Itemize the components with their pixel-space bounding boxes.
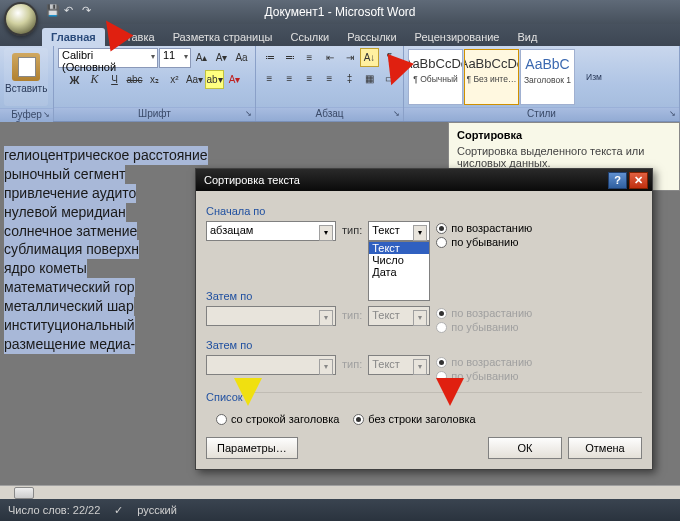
tab-view[interactable]: Вид — [509, 28, 547, 46]
with-header-radio[interactable]: со строкой заголовка — [216, 413, 339, 425]
radio-icon — [353, 414, 364, 425]
style-preview: AaBbCcDc — [464, 50, 519, 74]
asc-radio-2: по возрастанию — [436, 307, 532, 319]
line-spacing-button[interactable]: ‡ — [340, 69, 359, 88]
align-right-button[interactable]: ≡ — [300, 69, 319, 88]
text-line[interactable]: нулевой меридиан — [4, 203, 126, 222]
text-line[interactable]: ядро кометы — [4, 259, 87, 278]
tooltip-text: Сортировка выделенного текста или числов… — [457, 145, 671, 169]
without-header-radio[interactable]: без строки заголовка — [353, 413, 475, 425]
quick-access-toolbar: 💾 ↶ ↷ — [46, 4, 98, 20]
case-button[interactable]: Aa▾ — [185, 70, 204, 89]
desc-radio-1[interactable]: по убыванию — [436, 236, 532, 248]
dialog-titlebar[interactable]: Сортировка текста ? ✕ — [196, 169, 652, 191]
tab-layout[interactable]: Разметка страницы — [164, 28, 282, 46]
first-by-label: Сначала по — [206, 205, 642, 217]
numbering-button[interactable]: ≕ — [280, 48, 299, 67]
radio-icon — [216, 414, 227, 425]
office-button[interactable] — [4, 2, 38, 36]
horizontal-scrollbar[interactable] — [0, 485, 680, 499]
text-line[interactable]: солнечное затмение — [4, 222, 137, 241]
paste-icon — [12, 53, 40, 81]
qat-undo-icon[interactable]: ↶ — [64, 4, 80, 20]
sort-type-2: Текст — [368, 306, 430, 326]
sort-button[interactable]: A↓ — [360, 48, 379, 67]
subscript-button[interactable]: x₂ — [145, 70, 164, 89]
style-gallery[interactable]: AaBbCcDc ¶ Обычный AaBbCcDc ¶ Без инте… … — [408, 49, 575, 105]
proofing-icon[interactable]: ✓ — [114, 504, 123, 517]
multilevel-button[interactable]: ≡ — [300, 48, 319, 67]
group-styles: AaBbCcDc ¶ Обычный AaBbCcDc ¶ Без инте… … — [404, 46, 680, 121]
text-line[interactable]: рыночный сегмент — [4, 165, 125, 184]
shading-button[interactable]: ▦ — [360, 69, 379, 88]
shrink-font-icon[interactable]: A▾ — [212, 48, 231, 67]
outdent-button[interactable]: ⇤ — [320, 48, 339, 67]
indent-button[interactable]: ⇥ — [340, 48, 359, 67]
style-normal[interactable]: AaBbCcDc ¶ Обычный — [408, 49, 463, 105]
type-label-2: тип: — [342, 306, 362, 321]
sort-type-3: Текст — [368, 355, 430, 375]
text-line[interactable]: размещение медиа- — [4, 335, 135, 354]
asc-radio-1[interactable]: по возрастанию — [436, 222, 532, 234]
text-line[interactable]: сублимация поверхн — [4, 240, 139, 259]
group-label-paragraph: Абзац — [256, 107, 403, 121]
font-name-combo[interactable]: Calibri (Основной — [58, 48, 158, 68]
dialog-help-button[interactable]: ? — [608, 172, 627, 189]
language-status[interactable]: русский — [137, 504, 176, 516]
superscript-button[interactable]: x² — [165, 70, 184, 89]
justify-button[interactable]: ≡ — [320, 69, 339, 88]
cancel-button[interactable]: Отмена — [568, 437, 642, 459]
status-bar: Число слов: 22/22 ✓ русский — [0, 499, 680, 521]
tab-references[interactable]: Ссылки — [281, 28, 338, 46]
ok-button[interactable]: ОК — [488, 437, 562, 459]
text-line[interactable]: металлический шар — [4, 297, 134, 316]
highlight-button[interactable]: ab▾ — [205, 70, 224, 89]
font-size-combo[interactable]: 11 — [159, 48, 191, 68]
word-count[interactable]: Число слов: 22/22 — [8, 504, 100, 516]
paste-button[interactable]: Вставить — [4, 48, 48, 106]
align-center-button[interactable]: ≡ — [280, 69, 299, 88]
text-line[interactable]: математический гор — [4, 278, 135, 297]
sort-field-1[interactable]: абзацам — [206, 221, 336, 241]
text-line[interactable]: институциональный — [4, 316, 135, 335]
type-label-3: тип: — [342, 355, 362, 370]
font-color-button[interactable]: A▾ — [225, 70, 244, 89]
dialog-close-button[interactable]: ✕ — [629, 172, 648, 189]
change-styles-button[interactable]: Изм — [578, 72, 610, 82]
tab-review[interactable]: Рецензирование — [406, 28, 509, 46]
sort-field-2[interactable] — [206, 306, 336, 326]
paste-label: Вставить — [5, 83, 47, 94]
sort-field-3 — [206, 355, 336, 375]
text-line[interactable]: привлечение аудито — [4, 184, 136, 203]
clear-format-icon[interactable]: Aa — [232, 48, 251, 67]
align-left-button[interactable]: ≡ — [260, 69, 279, 88]
radio-icon — [436, 308, 447, 319]
tab-mailings[interactable]: Рассылки — [338, 28, 405, 46]
type-option-date[interactable]: Дата — [369, 266, 429, 278]
grow-font-icon[interactable]: A▴ — [192, 48, 211, 67]
bullets-button[interactable]: ≔ — [260, 48, 279, 67]
type-option-number[interactable]: Число — [369, 254, 429, 266]
desc-radio-2: по убыванию — [436, 321, 532, 333]
style-label: ¶ Обычный — [413, 74, 458, 84]
type-option-text[interactable]: Текст — [369, 242, 429, 254]
style-preview: AaBbC — [525, 50, 569, 75]
style-nospacing[interactable]: AaBbCcDc ¶ Без инте… — [464, 49, 519, 105]
qat-redo-icon[interactable]: ↷ — [82, 4, 98, 20]
titlebar: 💾 ↶ ↷ Документ1 - Microsoft Word — [0, 0, 680, 24]
radio-icon — [436, 357, 447, 368]
annotation-arrow-icon — [436, 378, 464, 406]
params-button[interactable]: Параметры… — [206, 437, 298, 459]
style-heading1[interactable]: AaBbC Заголовок 1 — [520, 49, 575, 105]
then-by-label-2: Затем по — [206, 339, 642, 351]
sort-type-1[interactable]: Текст — [368, 221, 430, 241]
radio-icon — [436, 223, 447, 234]
scrollbar-thumb[interactable] — [14, 487, 34, 499]
strike-button[interactable]: abc — [125, 70, 144, 89]
sort-type-dropdown[interactable]: Текст Число Дата — [368, 241, 430, 301]
group-label-font: Шрифт — [54, 107, 255, 121]
text-line[interactable]: гелиоцентрическое расстояние — [4, 146, 208, 165]
sort-dialog: Сортировка текста ? ✕ Сначала по абзацам… — [195, 168, 653, 470]
qat-save-icon[interactable]: 💾 — [46, 4, 62, 20]
style-label: Заголовок 1 — [524, 75, 571, 85]
